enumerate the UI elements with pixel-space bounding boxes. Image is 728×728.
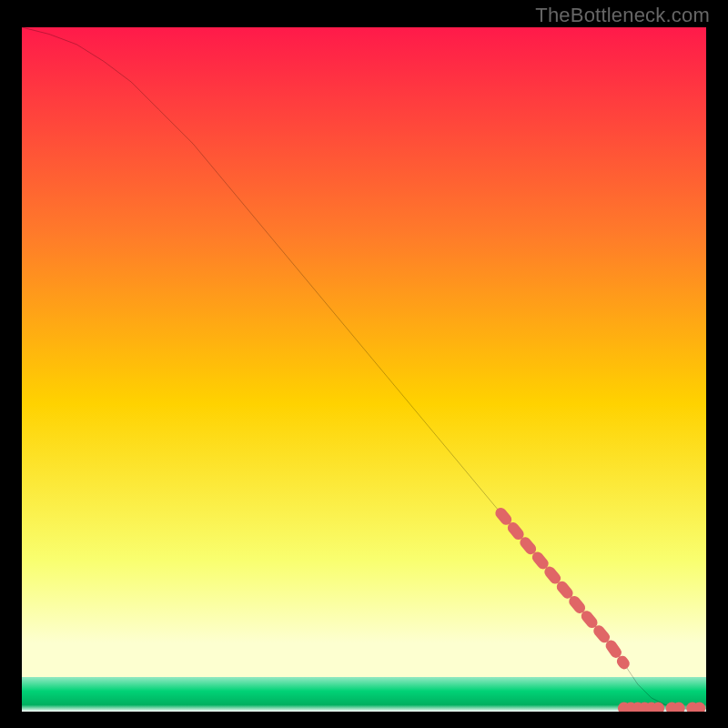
chart-stage: TheBottleneck.com bbox=[0, 0, 728, 728]
chart-svg bbox=[22, 27, 706, 712]
attribution-label: TheBottleneck.com bbox=[535, 4, 710, 27]
gradient-background bbox=[22, 27, 706, 712]
baseline-dots bbox=[618, 702, 705, 712]
plot-area bbox=[22, 27, 706, 712]
